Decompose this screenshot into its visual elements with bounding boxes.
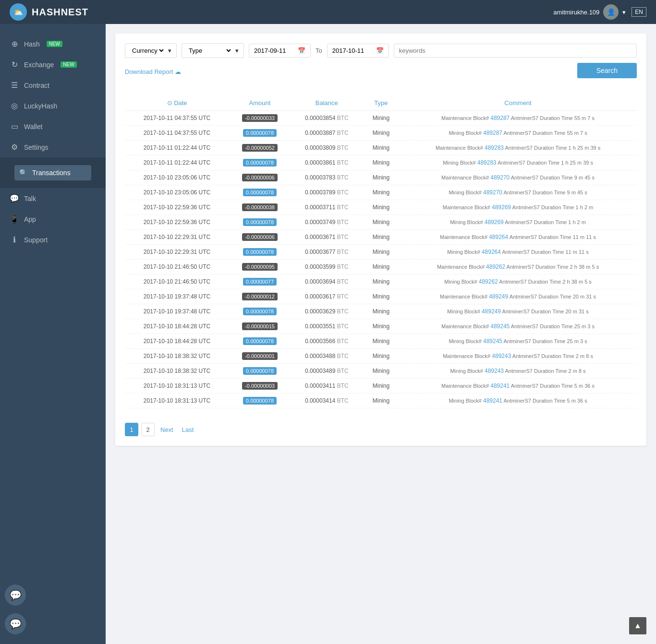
user-menu[interactable]: amitmirukhe.109 👤 ▾ bbox=[553, 4, 626, 20]
exchange-badge: NEW bbox=[61, 61, 76, 68]
currency-dropdown[interactable]: Currency BTC LTC ETH bbox=[130, 47, 165, 55]
chat-bubble-2[interactable]: 💬 bbox=[5, 613, 26, 634]
block-link[interactable]: 489269 bbox=[485, 219, 504, 226]
date-from-field[interactable]: 📅 bbox=[249, 44, 311, 58]
page-2-button[interactable]: 2 bbox=[141, 423, 155, 436]
scroll-to-top-button[interactable]: ▲ bbox=[629, 617, 646, 634]
header-right: amitmirukhe.109 👤 ▾ EN bbox=[553, 4, 646, 20]
cell-type: Mining bbox=[363, 364, 399, 379]
block-link[interactable]: 489262 bbox=[479, 278, 498, 285]
hash-icon: ⊕ bbox=[10, 39, 19, 48]
block-link[interactable]: 489283 bbox=[477, 159, 497, 166]
cell-balance: 0.00003488 BTC bbox=[291, 349, 363, 364]
sidebar-item-transactions[interactable]: 🔍 Transactions bbox=[0, 157, 106, 188]
block-link[interactable]: 489287 bbox=[490, 115, 510, 121]
pagination: 1 2 Next Last bbox=[125, 418, 637, 436]
col-header-balance: Balance bbox=[291, 95, 363, 111]
cell-type: Mining bbox=[363, 155, 399, 170]
sidebar-item-wallet[interactable]: ▭ Wallet bbox=[0, 116, 106, 137]
cell-comment: Maintenance Block# 489243 AntminerS7 Dur… bbox=[399, 349, 637, 364]
table-row: 2017-10-10 18:44:28 UTC 0.00000078 0.000… bbox=[125, 334, 637, 349]
block-link[interactable]: 489241 bbox=[490, 382, 510, 389]
cell-type: Mining bbox=[363, 200, 399, 215]
logo-icon: ⛅ bbox=[10, 3, 27, 21]
cell-balance: 0.00003854 BTC bbox=[291, 111, 363, 126]
download-report-link[interactable]: Download Report ☁ bbox=[125, 68, 181, 75]
cell-date: 2017-10-10 21:46:50 UTC bbox=[125, 260, 229, 274]
table-row: 2017-10-10 18:38:32 UTC 0.00000078 0.000… bbox=[125, 364, 637, 379]
col-header-comment: Comment bbox=[399, 95, 637, 111]
cell-comment: Mining Block# 489264 AntminerS7 Duration… bbox=[399, 245, 637, 260]
keywords-field[interactable] bbox=[394, 44, 637, 58]
block-link[interactable]: 489241 bbox=[483, 397, 502, 404]
table-row: 2017-10-10 19:37:48 UTC -0.00000012 0.00… bbox=[125, 289, 637, 304]
block-link[interactable]: 489270 bbox=[490, 174, 510, 181]
avatar: 👤 bbox=[603, 4, 619, 20]
language-selector[interactable]: EN bbox=[632, 7, 646, 17]
next-page-link[interactable]: Next bbox=[158, 424, 176, 435]
block-link[interactable]: 489264 bbox=[482, 249, 501, 255]
cell-comment: Mining Block# 489262 AntminerS7 Duration… bbox=[399, 274, 637, 289]
date-to-input[interactable] bbox=[332, 47, 373, 54]
type-dropdown[interactable]: Type Mining Maintenance bbox=[187, 47, 232, 55]
cell-type: Mining bbox=[363, 304, 399, 319]
block-link[interactable]: 489269 bbox=[492, 204, 511, 211]
cell-type: Mining bbox=[363, 394, 399, 408]
block-link[interactable]: 489243 bbox=[492, 353, 511, 359]
cell-amount: -0.00000003 bbox=[229, 379, 291, 394]
sidebar-label-settings: Settings bbox=[24, 143, 49, 151]
sidebar-item-settings[interactable]: ⚙ Settings bbox=[0, 137, 106, 157]
block-link[interactable]: 489287 bbox=[483, 130, 502, 136]
currency-select[interactable]: Currency BTC LTC ETH ▾ bbox=[125, 43, 177, 58]
sidebar-item-hash[interactable]: ⊕ Hash NEW bbox=[0, 34, 106, 54]
cell-balance: 0.00003711 BTC bbox=[291, 200, 363, 215]
last-page-link[interactable]: Last bbox=[179, 424, 197, 435]
cell-amount: 0.00000078 bbox=[229, 155, 291, 170]
page-1-button[interactable]: 1 bbox=[125, 423, 138, 436]
transactions-search-box[interactable]: 🔍 Transactions bbox=[14, 165, 91, 180]
chat-bubble-1[interactable]: 💬 bbox=[5, 584, 26, 606]
col-header-type: Type bbox=[363, 95, 399, 111]
sidebar-label-app: App bbox=[24, 215, 36, 223]
block-link[interactable]: 489249 bbox=[489, 293, 508, 300]
keywords-input[interactable] bbox=[399, 47, 632, 54]
cell-date: 2017-10-10 19:37:48 UTC bbox=[125, 289, 229, 304]
sidebar-item-app[interactable]: 📱 App bbox=[0, 209, 106, 229]
block-link[interactable]: 489249 bbox=[482, 308, 501, 315]
cell-balance: 0.00003861 BTC bbox=[291, 155, 363, 170]
exchange-icon: ↻ bbox=[10, 60, 19, 69]
table-row: 2017-10-10 23:05:06 UTC -0.00000006 0.00… bbox=[125, 170, 637, 185]
cell-balance: 0.00003599 BTC bbox=[291, 260, 363, 274]
sidebar-label-wallet: Wallet bbox=[24, 123, 42, 131]
search-button[interactable]: Search bbox=[577, 63, 637, 78]
cell-balance: 0.00003414 BTC bbox=[291, 394, 363, 408]
sidebar-item-luckyhash[interactable]: ◎ LuckyHash bbox=[0, 95, 106, 116]
sidebar-item-exchange[interactable]: ↻ Exchange NEW bbox=[0, 54, 106, 75]
sidebar-label-contract: Contract bbox=[24, 82, 49, 89]
type-select[interactable]: Type Mining Maintenance ▾ bbox=[182, 43, 244, 58]
wallet-icon: ▭ bbox=[10, 122, 19, 131]
table-row: 2017-10-10 22:29:31 UTC 0.00000078 0.000… bbox=[125, 245, 637, 260]
cell-comment: Mining Block# 489241 AntminerS7 Duration… bbox=[399, 394, 637, 408]
block-link[interactable]: 489245 bbox=[490, 323, 510, 330]
table-row: 2017-10-10 18:44:28 UTC -0.00000015 0.00… bbox=[125, 319, 637, 334]
block-link[interactable]: 489283 bbox=[485, 144, 504, 151]
cell-type: Mining bbox=[363, 260, 399, 274]
cell-type: Mining bbox=[363, 141, 399, 155]
calendar-to-icon[interactable]: 📅 bbox=[376, 47, 384, 54]
download-label: Download Report bbox=[125, 68, 173, 75]
sidebar-item-talk[interactable]: 💬 Talk bbox=[0, 188, 106, 209]
cell-date: 2017-10-10 18:44:28 UTC bbox=[125, 319, 229, 334]
type-chevron-icon: ▾ bbox=[235, 47, 239, 54]
block-link[interactable]: 489262 bbox=[486, 263, 505, 270]
date-from-input[interactable] bbox=[254, 47, 295, 54]
block-link[interactable]: 489245 bbox=[483, 338, 502, 345]
cell-date: 2017-10-10 23:05:06 UTC bbox=[125, 185, 229, 200]
calendar-from-icon[interactable]: 📅 bbox=[298, 47, 305, 54]
block-link[interactable]: 489243 bbox=[485, 368, 504, 374]
block-link[interactable]: 489264 bbox=[489, 234, 508, 240]
date-to-field[interactable]: 📅 bbox=[327, 44, 389, 58]
sidebar-item-contract[interactable]: ☰ Contract bbox=[0, 75, 106, 95]
block-link[interactable]: 489270 bbox=[483, 189, 502, 196]
sidebar-item-support[interactable]: ℹ Support bbox=[0, 229, 106, 250]
